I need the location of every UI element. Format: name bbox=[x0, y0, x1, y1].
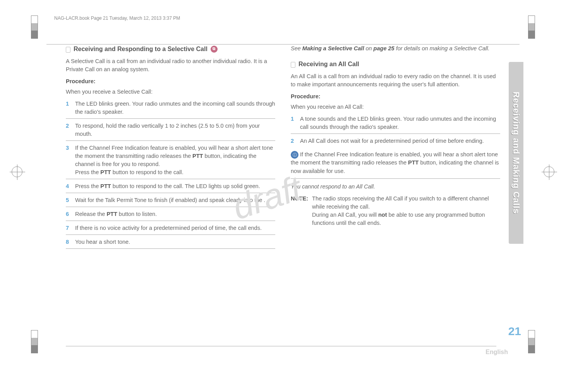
step-number: 5 bbox=[66, 196, 71, 204]
colorbar-icon bbox=[528, 330, 535, 353]
ref-link: Making a Selective Call bbox=[302, 45, 364, 51]
step: 1 The LED blinks green. Your radio unmut… bbox=[66, 100, 275, 119]
step-number: 1 bbox=[66, 100, 71, 116]
intro-para: An All Call is a call from an individual… bbox=[291, 72, 500, 89]
procedure-intro: When you receive a Selective Call: bbox=[66, 88, 275, 96]
step: 4 Press the PTT button to respond to the… bbox=[66, 182, 275, 193]
colorbar-icon bbox=[31, 15, 38, 39]
step-number: 3 bbox=[66, 144, 71, 176]
page-number: 21 bbox=[508, 325, 521, 338]
page-header: NAG-LACR.book Page 21 Tuesday, March 12,… bbox=[54, 15, 520, 21]
badge-icon: ⧉ bbox=[211, 46, 218, 53]
right-column: See Making a Selective Call on page 25 f… bbox=[291, 45, 500, 252]
step-text: If there is no voice activity for a pred… bbox=[75, 224, 275, 232]
document-icon bbox=[291, 62, 295, 68]
see-reference: See Making a Selective Call on page 25 f… bbox=[291, 45, 500, 53]
step-text: Wait for the Talk Permit Tone to finish … bbox=[75, 196, 275, 204]
step-text: Release the PTT button to listen. bbox=[75, 210, 275, 218]
side-tab: Receiving and Making Calls bbox=[509, 62, 523, 244]
step: 5 Wait for the Talk Permit Tone to finis… bbox=[66, 196, 275, 207]
step-number: 6 bbox=[66, 210, 71, 218]
step: 8 You hear a short tone. bbox=[66, 238, 275, 249]
section-title-all-call: Receiving an All Call bbox=[291, 60, 500, 68]
section-title-selective-call: Receiving and Responding to a Selective … bbox=[66, 45, 275, 53]
ref-text: See bbox=[291, 45, 302, 51]
step: 1 A tone sounds and the LED blinks green… bbox=[291, 115, 500, 134]
step-number: 2 bbox=[66, 122, 71, 138]
registration-mark-right bbox=[544, 166, 554, 177]
step-text: You hear a short tone. bbox=[75, 238, 275, 246]
colorbar-icon bbox=[528, 15, 535, 39]
note-label: NOTE: bbox=[291, 195, 308, 227]
step-number: 7 bbox=[66, 224, 71, 232]
step-number: 1 bbox=[291, 115, 296, 131]
registration-mark-left bbox=[12, 166, 22, 177]
step: 6 Release the PTT button to listen. bbox=[66, 210, 275, 221]
side-tab-label: Receiving and Making Calls bbox=[511, 92, 521, 214]
document-icon bbox=[66, 47, 70, 53]
language-label: English bbox=[485, 349, 508, 356]
footer-rule bbox=[66, 346, 496, 346]
title-text: Receiving an All Call bbox=[298, 60, 359, 68]
cannot-respond: You cannot respond to an All Call. bbox=[291, 183, 500, 191]
left-column: Receiving and Responding to a Selective … bbox=[66, 45, 275, 252]
note: NOTE: The radio stops receiving the All … bbox=[291, 195, 500, 227]
step-number: 4 bbox=[66, 182, 71, 190]
colorbar-icon bbox=[31, 330, 38, 353]
step: 7 If there is no voice activity for a pr… bbox=[66, 224, 275, 235]
procedure-label: Procedure: bbox=[291, 92, 500, 101]
step: 2 To respond, hold the radio vertically … bbox=[66, 122, 275, 141]
ref-text: for details on making a Selective Call. bbox=[394, 45, 490, 51]
step: 2 An All Call does not wait for a predet… bbox=[291, 137, 500, 147]
step-text: The LED blinks green. Your radio unmutes… bbox=[75, 100, 275, 116]
step-number: 8 bbox=[66, 238, 71, 246]
title-text: Receiving and Responding to a Selective … bbox=[74, 45, 208, 53]
info-para: ⓘ If the Channel Free Indication feature… bbox=[291, 151, 500, 178]
ref-text: on bbox=[364, 45, 373, 51]
ref-page: page 25 bbox=[374, 45, 394, 51]
step-text: Press the PTT button to respond to the c… bbox=[75, 182, 275, 190]
info-icon: ⓘ bbox=[291, 151, 298, 159]
note-text: The radio stops receiving the All Call i… bbox=[312, 195, 500, 227]
step-text: If the Channel Free Indication feature i… bbox=[75, 144, 275, 176]
intro-para: A Selective Call is a call from an indiv… bbox=[66, 57, 275, 74]
step-text: An All Call does not wait for a predeter… bbox=[300, 137, 500, 145]
step: 3 If the Channel Free Indication feature… bbox=[66, 144, 275, 179]
step-text: To respond, hold the radio vertically 1 … bbox=[75, 122, 275, 138]
step-text: A tone sounds and the LED blinks green. … bbox=[300, 115, 500, 131]
procedure-intro: When you receive an All Call: bbox=[291, 103, 500, 111]
step-number: 2 bbox=[291, 137, 296, 145]
procedure-label: Procedure: bbox=[66, 77, 275, 86]
